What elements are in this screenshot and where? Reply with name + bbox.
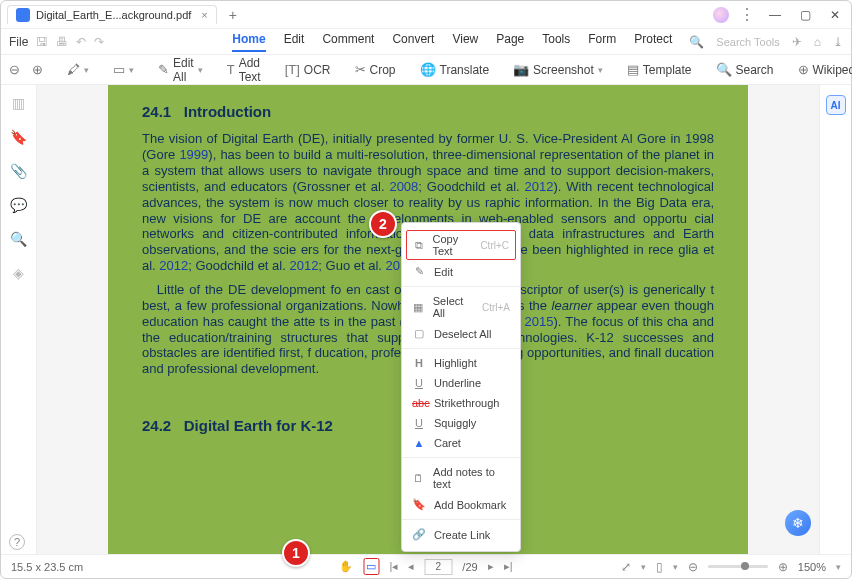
file-menu[interactable]: File — [9, 35, 28, 49]
hand-tool-icon[interactable]: ✋ — [339, 560, 353, 573]
attachments-icon[interactable]: 📎 — [10, 163, 27, 179]
menu-protect[interactable]: Protect — [634, 32, 672, 52]
search-icon[interactable]: 🔍 — [689, 35, 704, 49]
menu-edit[interactable]: Edit — [284, 32, 305, 52]
menu-view[interactable]: View — [452, 32, 478, 52]
next-page-icon[interactable]: ▸ — [488, 560, 494, 573]
copy-icon: ⧉ — [413, 239, 424, 252]
section-number: 24.1 — [142, 103, 171, 120]
template-tool[interactable]: ▤Template — [627, 62, 692, 77]
ctx-squiggly[interactable]: USquiggly — [402, 413, 520, 433]
document-tab[interactable]: Digital_Earth_E...ackground.pdf × — [7, 5, 217, 24]
last-page-icon[interactable]: ▸| — [504, 560, 513, 573]
help-button[interactable]: ? — [9, 534, 25, 550]
menu-page[interactable]: Page — [496, 32, 524, 52]
bookmark-icon: 🔖 — [412, 498, 426, 511]
shape-tool[interactable]: ▭▾ — [113, 62, 134, 77]
send-icon[interactable]: ✈ — [792, 35, 802, 49]
add-text-tool[interactable]: TAdd Text — [227, 56, 261, 84]
ctx-copy-text[interactable]: ⧉Copy TextCtrl+C — [406, 230, 516, 260]
ctx-strikethrough[interactable]: abcStrikethrough — [402, 393, 520, 413]
search-tools-input[interactable]: Search Tools — [716, 36, 779, 48]
wikipedia-tool[interactable]: ⊕Wikipedia — [798, 62, 852, 77]
fit-width-icon[interactable]: ⤢ — [621, 560, 631, 574]
menu-comment[interactable]: Comment — [322, 32, 374, 52]
zoom-out-button[interactable]: ⊖ — [688, 560, 698, 574]
underline-icon: U — [412, 377, 426, 389]
crop-tool[interactable]: ✂Crop — [355, 62, 396, 77]
search-tool[interactable]: 🔍Search — [716, 62, 774, 77]
ocr-tool[interactable]: [T]OCR — [285, 62, 331, 77]
select-tool-icon[interactable]: ▭ — [363, 558, 379, 575]
layers-icon[interactable]: ◈ — [13, 265, 24, 281]
cloud-icon[interactable]: ⤓ — [833, 35, 843, 49]
annotation-2: 2 — [369, 210, 397, 238]
annotation-1: 1 — [282, 539, 310, 567]
zoom-slider[interactable] — [708, 565, 768, 568]
home-icon[interactable]: ⌂ — [814, 35, 821, 49]
highlighter-tool[interactable]: 🖍▾ — [67, 62, 89, 77]
page-dimensions: 15.5 x 23.5 cm — [11, 561, 83, 573]
edit-icon: ✎ — [412, 265, 426, 278]
menu-convert[interactable]: Convert — [392, 32, 434, 52]
ctx-highlight[interactable]: HHighlight — [402, 353, 520, 373]
deselect-icon: ▢ — [412, 327, 426, 340]
zoom-out-icon[interactable]: ⊖ — [9, 62, 20, 77]
save-icon[interactable]: 🖫 — [36, 35, 48, 49]
page-total: /29 — [462, 561, 477, 573]
ctx-select-all[interactable]: ▦Select AllCtrl+A — [402, 291, 520, 323]
ai-orb-icon[interactable] — [713, 7, 729, 23]
first-page-icon[interactable]: |◂ — [389, 560, 398, 573]
note-icon: 🗒 — [412, 472, 425, 484]
highlight-icon: H — [412, 357, 426, 369]
ctx-edit[interactable]: ✎Edit — [402, 261, 520, 282]
thumbnails-icon[interactable]: ▥ — [12, 95, 25, 111]
maximize-button[interactable]: ▢ — [795, 5, 815, 25]
caret-icon: ▲ — [412, 437, 426, 449]
ctx-add-notes[interactable]: 🗒Add notes to text — [402, 462, 520, 494]
ctx-caret[interactable]: ▲Caret — [402, 433, 520, 453]
section-title: Digital Earth for K-12 — [184, 417, 333, 434]
ai-panel-icon[interactable]: AI — [826, 95, 846, 115]
menu-home[interactable]: Home — [232, 32, 265, 52]
bookmarks-icon[interactable]: 🔖 — [10, 129, 27, 145]
print-icon[interactable]: 🖶 — [56, 35, 68, 49]
section-number: 24.2 — [142, 417, 171, 434]
zoom-in-button[interactable]: ⊕ — [778, 560, 788, 574]
close-window-button[interactable]: ✕ — [825, 5, 845, 25]
ctx-deselect[interactable]: ▢Deselect All — [402, 323, 520, 344]
kebab-icon[interactable]: ⋮ — [739, 5, 755, 24]
screenshot-tool[interactable]: 📷Screenshot▾ — [513, 62, 603, 77]
select-all-icon: ▦ — [412, 301, 425, 314]
menu-form[interactable]: Form — [588, 32, 616, 52]
translate-tool[interactable]: 🌐Translate — [420, 62, 490, 77]
squiggly-icon: U — [412, 417, 426, 429]
zoom-in-icon[interactable]: ⊕ — [32, 62, 43, 77]
redo-icon[interactable]: ↷ — [94, 35, 104, 49]
ctx-underline[interactable]: UUnderline — [402, 373, 520, 393]
pdf-icon — [16, 8, 30, 22]
search-panel-icon[interactable]: 🔍 — [10, 231, 27, 247]
ai-float-button[interactable]: ❄ — [785, 510, 811, 536]
ctx-create-link[interactable]: 🔗Create Link — [402, 524, 520, 545]
close-tab-icon[interactable]: × — [201, 9, 207, 21]
context-menu: ⧉Copy TextCtrl+C ✎Edit ▦Select AllCtrl+A… — [401, 222, 521, 552]
link-icon: 🔗 — [412, 528, 426, 541]
page-number-input[interactable]: 2 — [424, 559, 452, 575]
edit-all-tool[interactable]: ✎Edit All▾ — [158, 56, 203, 84]
zoom-value[interactable]: 150% — [798, 561, 826, 573]
ctx-add-bookmark[interactable]: 🔖Add Bookmark — [402, 494, 520, 515]
single-page-icon[interactable]: ▯ — [656, 560, 663, 574]
new-tab-button[interactable]: + — [223, 5, 243, 25]
section-title: Introduction — [184, 103, 271, 120]
undo-icon[interactable]: ↶ — [76, 35, 86, 49]
menu-tools[interactable]: Tools — [542, 32, 570, 52]
comments-icon[interactable]: 💬 — [10, 197, 27, 213]
tab-title: Digital_Earth_E...ackground.pdf — [36, 9, 191, 21]
minimize-button[interactable]: — — [765, 5, 785, 25]
prev-page-icon[interactable]: ◂ — [408, 560, 414, 573]
strikethrough-icon: abc — [412, 397, 426, 409]
